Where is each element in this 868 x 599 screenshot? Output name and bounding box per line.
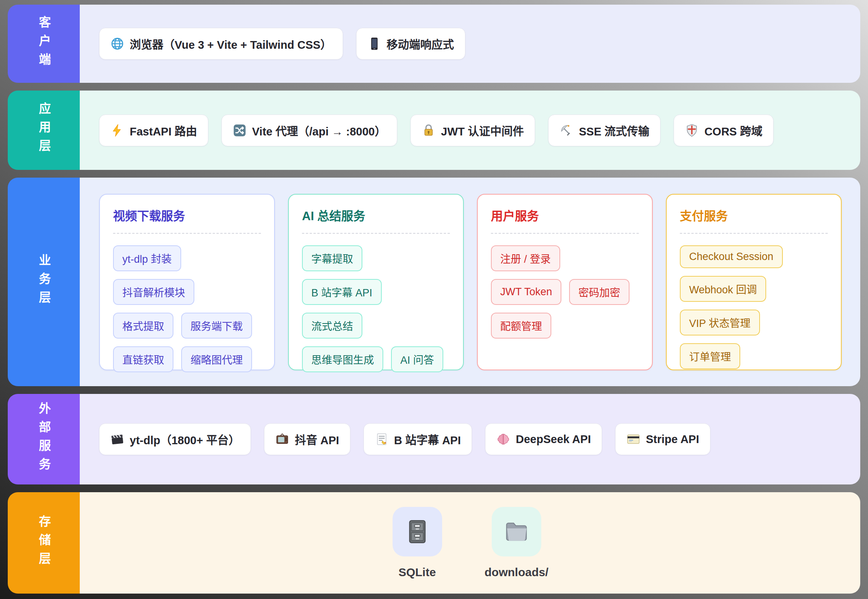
pill-label: DeepSeek API bbox=[516, 433, 591, 446]
chip-row: VIP 状态管理 bbox=[680, 310, 760, 335]
layer-content-external-services: yt-dlp（1800+ 平台）抖音 APIB 站字幕 APIDeepSeek … bbox=[80, 394, 860, 484]
layer-label-application: 应用层 bbox=[8, 91, 80, 170]
payment-service-title: 支付服务 bbox=[680, 206, 828, 224]
layer-label-external-services: 外部服务 bbox=[8, 394, 80, 484]
chip: Checkout Session bbox=[680, 245, 783, 268]
chip-row: 字幕提取 bbox=[302, 245, 362, 271]
storage-item-label: downloads/ bbox=[485, 566, 549, 579]
video-download-service-card: 视频下载服务yt-dlp 封装抖音解析模块格式提取服务端下载直链获取缩略图代理 bbox=[99, 194, 275, 370]
user-service-title: 用户服务 bbox=[491, 206, 639, 224]
memo-icon bbox=[375, 432, 389, 446]
dashed-divider bbox=[680, 233, 828, 234]
lightning-icon bbox=[110, 123, 124, 137]
pill-label: B 站字幕 API bbox=[394, 431, 461, 447]
pill-application-lightning: FastAPI 路由 bbox=[99, 115, 208, 146]
clapperboard-icon bbox=[110, 432, 124, 446]
layer-label-client: 客户端 bbox=[8, 5, 80, 83]
chip: 缩略图代理 bbox=[181, 346, 252, 372]
chip: 注册 / 登录 bbox=[491, 245, 560, 271]
pill-external-tv: 抖音 API bbox=[264, 423, 350, 455]
chip: 服务端下载 bbox=[181, 313, 252, 339]
pill-external-clapperboard: yt-dlp（1800+ 平台） bbox=[99, 423, 251, 455]
lock-key-icon bbox=[422, 123, 436, 137]
pill-label: yt-dlp（1800+ 平台） bbox=[130, 431, 240, 447]
chip: 直链获取 bbox=[113, 346, 173, 372]
shield-icon bbox=[685, 123, 699, 137]
chip: B 站字幕 API bbox=[302, 279, 382, 305]
globe-icon bbox=[110, 37, 124, 51]
chip: yt-dlp 封装 bbox=[113, 245, 181, 271]
chip: 抖音解析模块 bbox=[113, 279, 194, 305]
ai-summary-service-card: AI 总结服务字幕提取B 站字幕 API流式总结思维导图生成AI 问答 bbox=[288, 194, 464, 370]
chip-row: 配额管理 bbox=[491, 313, 551, 339]
chip-row: 格式提取服务端下载 bbox=[113, 313, 252, 339]
payment-service-card: 支付服务Checkout SessionWebhook 回调VIP 状态管理订单… bbox=[666, 194, 842, 370]
pill-label: Vite 代理（/api → :8000） bbox=[252, 122, 386, 139]
chip-row: 流式总结 bbox=[302, 313, 362, 339]
chip: 配额管理 bbox=[491, 313, 551, 339]
chip: Webhook 回调 bbox=[680, 276, 766, 302]
dashed-divider bbox=[491, 233, 639, 234]
chip-rows: 注册 / 登录JWT Token密码加密配额管理 bbox=[491, 245, 639, 339]
pill-external-memo: B 站字幕 API bbox=[364, 423, 472, 455]
pill-application-shield: CORS 跨域 bbox=[674, 115, 774, 146]
mobile-phone-icon bbox=[367, 37, 381, 51]
pill-client-globe: 浏览器（Vue 3 + Vite + Tailwind CSS） bbox=[99, 28, 343, 60]
chip-row: 订单管理 bbox=[680, 343, 740, 369]
chip: 密码加密 bbox=[569, 279, 630, 305]
chip-row: 思维导图生成AI 问答 bbox=[302, 346, 443, 372]
layer-application: 应用层 FastAPI 路由Vite 代理（/api → :8000）JWT 认… bbox=[8, 91, 860, 170]
pill-label: SSE 流式传输 bbox=[579, 122, 649, 139]
storage-item-label: SQLite bbox=[398, 566, 436, 579]
dashed-divider bbox=[302, 233, 450, 234]
chip: 订单管理 bbox=[680, 343, 740, 369]
pill-application-satellite-antenna: SSE 流式传输 bbox=[548, 115, 660, 146]
satellite-antenna-icon bbox=[559, 123, 573, 137]
layer-client: 客户端 浏览器（Vue 3 + Vite + Tailwind CSS）移动端响… bbox=[8, 5, 860, 83]
layer-business: 业务层 视频下载服务yt-dlp 封装抖音解析模块格式提取服务端下载直链获取缩略… bbox=[8, 178, 860, 386]
pill-label: 抖音 API bbox=[295, 431, 339, 447]
chip: 流式总结 bbox=[302, 313, 362, 339]
pill-external-brain: DeepSeek API bbox=[485, 423, 602, 455]
chip: JWT Token bbox=[491, 279, 561, 305]
chip-rows: yt-dlp 封装抖音解析模块格式提取服务端下载直链获取缩略图代理 bbox=[113, 245, 261, 372]
layer-label-storage: 存储层 bbox=[8, 492, 80, 594]
pill-label: CORS 跨域 bbox=[704, 122, 762, 139]
tv-icon bbox=[275, 432, 289, 446]
chip-row: JWT Token密码加密 bbox=[491, 279, 630, 305]
pill-external-credit-card: Stripe API bbox=[615, 423, 710, 455]
layer-content-client: 浏览器（Vue 3 + Vite + Tailwind CSS）移动端响应式 bbox=[80, 5, 860, 83]
chip: 思维导图生成 bbox=[302, 346, 383, 372]
pill-label: 移动端响应式 bbox=[387, 36, 454, 52]
storage-item: SQLite bbox=[393, 507, 442, 579]
chip-row: 注册 / 登录 bbox=[491, 245, 560, 271]
pill-label: Stripe API bbox=[646, 433, 699, 446]
chip: 格式提取 bbox=[113, 313, 173, 339]
chip-rows: Checkout SessionWebhook 回调VIP 状态管理订单管理 bbox=[680, 245, 828, 369]
layer-external-services: 外部服务 yt-dlp（1800+ 平台）抖音 APIB 站字幕 APIDeep… bbox=[8, 394, 860, 484]
chip-row: 抖音解析模块 bbox=[113, 279, 194, 305]
pill-client-mobile-phone: 移动端响应式 bbox=[356, 28, 465, 60]
chip: AI 问答 bbox=[391, 346, 443, 372]
storage-item: downloads/ bbox=[485, 507, 549, 579]
chip-rows: 字幕提取B 站字幕 API流式总结思维导图生成AI 问答 bbox=[302, 245, 450, 372]
layer-content-application: FastAPI 路由Vite 代理（/api → :8000）JWT 认证中间件… bbox=[80, 91, 860, 170]
ai-summary-service-title: AI 总结服务 bbox=[302, 206, 450, 224]
brain-icon bbox=[496, 432, 510, 446]
layer-content-storage: SQLitedownloads/ bbox=[80, 492, 860, 594]
dashed-divider bbox=[113, 233, 261, 234]
pill-application-shuffle: Vite 代理（/api → :8000） bbox=[221, 115, 397, 146]
pill-label: 浏览器（Vue 3 + Vite + Tailwind CSS） bbox=[130, 36, 332, 52]
pill-application-lock-key: JWT 认证中间件 bbox=[410, 115, 535, 146]
chip-row: Checkout Session bbox=[680, 245, 783, 268]
folder-icon-tile bbox=[492, 507, 541, 556]
credit-card-icon bbox=[626, 432, 640, 446]
chip: VIP 状态管理 bbox=[680, 310, 760, 335]
chip-row: Webhook 回调 bbox=[680, 276, 766, 302]
pill-label: FastAPI 路由 bbox=[130, 122, 197, 139]
chip-row: 直链获取缩略图代理 bbox=[113, 346, 252, 372]
chip-row: B 站字幕 API bbox=[302, 279, 382, 305]
video-download-service-title: 视频下载服务 bbox=[113, 206, 261, 224]
user-service-card: 用户服务注册 / 登录JWT Token密码加密配额管理 bbox=[477, 194, 653, 370]
folder-icon bbox=[503, 519, 530, 545]
